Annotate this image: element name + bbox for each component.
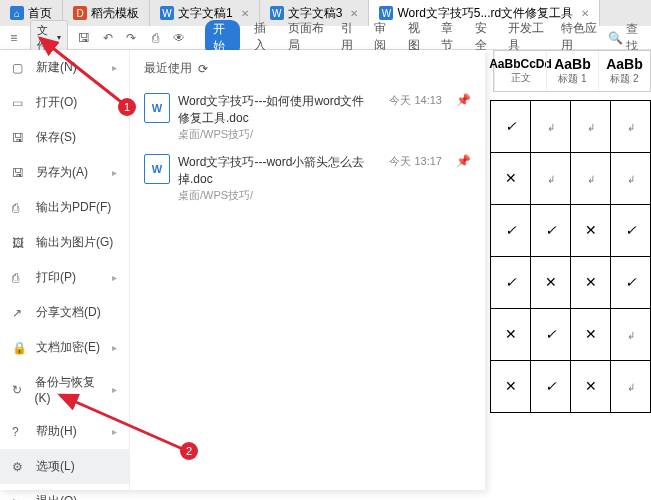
table-cell[interactable] (491, 257, 531, 309)
menu-item-icon: ↗ (12, 306, 28, 320)
table-cell[interactable] (491, 205, 531, 257)
table-cell[interactable] (611, 205, 651, 257)
style-正文[interactable]: AaBbCcDd正文 (494, 51, 546, 91)
file-menu-打开(O)[interactable]: ▭打开(O) (0, 85, 129, 120)
print-icon[interactable]: ⎙ (147, 29, 163, 47)
close-icon[interactable]: ✕ (241, 8, 249, 19)
file-menu-输出为图片(G)[interactable]: 🖼输出为图片(G) (0, 225, 129, 260)
table-cell[interactable] (571, 257, 611, 309)
file-menu-新建(N)[interactable]: ▢新建(N)▸ (0, 50, 129, 85)
file-icon: W (144, 154, 170, 184)
recent-panel: 最近使用 ⟳ WWord文字技巧---如何使用word文件修复工具.doc桌面/… (130, 50, 485, 490)
table-cell[interactable] (611, 153, 651, 205)
file-menu-输出为PDF(F)[interactable]: ⎙输出为PDF(F) (0, 190, 129, 225)
style-标题 2[interactable]: AaBb标题 2 (598, 51, 650, 91)
menu-item-icon: 🔒 (12, 341, 28, 355)
table-cell[interactable] (531, 309, 571, 361)
file-menu-list: ▢新建(N)▸▭打开(O)🖫保存(S)🖫另存为(A)▸⎙输出为PDF(F)🖼输出… (0, 50, 130, 490)
file-icon: W (144, 93, 170, 123)
table-cell[interactable] (571, 309, 611, 361)
menu-item-icon: ↪ (12, 495, 28, 501)
tab-icon: W (379, 6, 393, 20)
chevron-right-icon: ▸ (112, 342, 117, 353)
table-cell[interactable] (611, 309, 651, 361)
save-icon[interactable]: 🖫 (76, 29, 92, 47)
menu-item-icon: ⎙ (12, 201, 28, 215)
pin-icon[interactable]: 📌 (456, 154, 471, 203)
document-table (490, 100, 651, 413)
menu-icon[interactable]: ≡ (6, 29, 22, 47)
tab-icon: W (160, 6, 174, 20)
table-cell[interactable] (531, 101, 571, 153)
tab-icon: W (270, 6, 284, 20)
table-cell[interactable] (611, 101, 651, 153)
file-menu-帮助(H)[interactable]: ?帮助(H)▸ (0, 414, 129, 449)
tab-1[interactable]: D稻壳模板 (63, 0, 150, 26)
preview-icon[interactable]: 👁 (171, 29, 187, 47)
chevron-right-icon: ▸ (112, 167, 117, 178)
file-menu-文档加密(E)[interactable]: 🔒文档加密(E)▸ (0, 330, 129, 365)
table-cell[interactable] (531, 361, 571, 413)
table-cell[interactable] (531, 205, 571, 257)
redo-icon[interactable]: ↷ (123, 29, 139, 47)
close-icon[interactable]: ✕ (350, 8, 358, 19)
menu-item-icon: 🖫 (12, 131, 28, 145)
style-标题 1[interactable]: AaBb标题 1 (546, 51, 598, 91)
file-menu: ▢新建(N)▸▭打开(O)🖫保存(S)🖫另存为(A)▸⎙输出为PDF(F)🖼输出… (0, 50, 485, 490)
table-cell[interactable] (531, 153, 571, 205)
file-menu-退出(Q)[interactable]: ↪退出(Q) (0, 484, 129, 500)
refresh-icon[interactable]: ⟳ (198, 62, 208, 76)
menu-item-icon: ▢ (12, 61, 28, 75)
recent-file[interactable]: WWord文字技巧---如何使用word文件修复工具.doc桌面/WPS技巧/今… (144, 87, 471, 148)
menu-item-icon: 🖼 (12, 236, 28, 250)
menu-item-icon: ▭ (12, 96, 28, 110)
file-menu-保存(S)[interactable]: 🖫保存(S) (0, 120, 129, 155)
file-menu-分享文档(D)[interactable]: ↗分享文档(D) (0, 295, 129, 330)
tab-icon: D (73, 6, 87, 20)
recent-file[interactable]: WWord文字技巧---word小箭头怎么去掉.doc桌面/WPS技巧/今天 1… (144, 148, 471, 209)
chevron-right-icon: ▸ (112, 384, 117, 395)
menu-item-icon: ⎙ (12, 271, 28, 285)
table-cell[interactable] (491, 309, 531, 361)
menu-item-icon: 🖫 (12, 166, 28, 180)
table-cell[interactable] (491, 101, 531, 153)
table-cell[interactable] (571, 361, 611, 413)
pin-icon[interactable]: 📌 (456, 93, 471, 142)
styles-gallery: AaBbCcDd正文AaBb标题 1AaBb标题 2 (493, 50, 651, 92)
file-menu-备份与恢复(K)[interactable]: ↻备份与恢复(K)▸ (0, 365, 129, 414)
menu-item-icon: ⚙ (12, 460, 28, 474)
table-cell[interactable] (611, 257, 651, 309)
table-cell[interactable] (531, 257, 571, 309)
undo-icon[interactable]: ↶ (100, 29, 116, 47)
file-menu-选项(L)[interactable]: ⚙选项(L) (0, 449, 129, 484)
tab-icon: ⌂ (10, 6, 24, 20)
chevron-right-icon: ▸ (112, 272, 117, 283)
table-cell[interactable] (611, 361, 651, 413)
toolbar: ≡ 文件 ▾ 🖫 ↶ ↷ ⎙ 👁 开始插入页面布局引用审阅视图章节安全开发工具特… (0, 26, 651, 50)
chevron-right-icon: ▸ (112, 426, 117, 437)
table-cell[interactable] (571, 101, 611, 153)
file-menu-另存为(A)[interactable]: 🖫另存为(A)▸ (0, 155, 129, 190)
tab-label: 稻壳模板 (91, 5, 139, 22)
recent-header: 最近使用 ⟳ (144, 60, 471, 77)
table-cell[interactable] (571, 153, 611, 205)
menu-item-icon: ↻ (12, 383, 27, 397)
table-cell[interactable] (571, 205, 611, 257)
menu-item-icon: ? (12, 425, 28, 439)
chevron-right-icon: ▸ (112, 62, 117, 73)
tab-label: 首页 (28, 5, 52, 22)
close-icon[interactable]: ✕ (581, 8, 589, 19)
table-cell[interactable] (491, 361, 531, 413)
file-menu-打印(P)[interactable]: ⎙打印(P)▸ (0, 260, 129, 295)
table-cell[interactable] (491, 153, 531, 205)
